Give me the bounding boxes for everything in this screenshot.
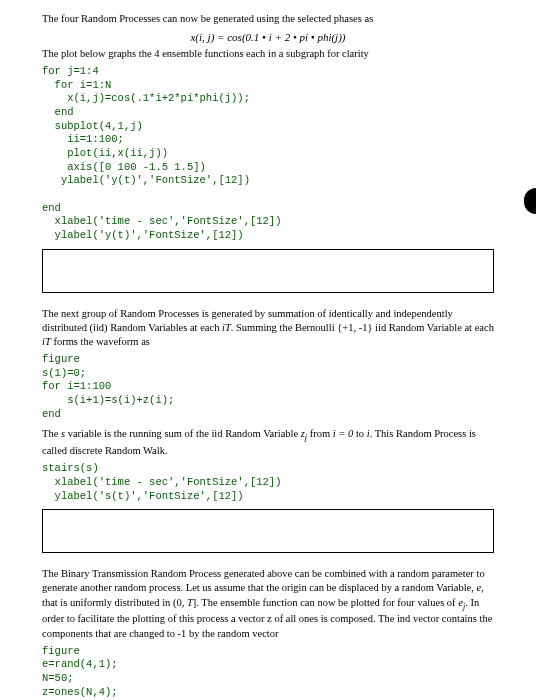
code-block-4: figure e=rand(4,1); N=50; z=ones(N,4); [42, 645, 494, 700]
text: The [42, 428, 61, 439]
code-block-2: figure s(1)=0; for i=1:100 s(i+1)=s(i)+z… [42, 353, 494, 421]
text: forms the waveform as [51, 336, 150, 347]
text-it: iT [222, 322, 231, 333]
document-page: The four Random Processes can now be gen… [0, 0, 536, 700]
paragraph-randomwalk: The s variable is the running sum of the… [42, 427, 494, 458]
placeholder-box-1 [42, 249, 494, 293]
text: The Binary Transmission Random Process g… [42, 568, 485, 593]
text: variable is the running sum of the iid R… [65, 428, 301, 439]
formula-x: x(i, j) = cos(0.1 • i + 2 • pi • phi(j)) [42, 30, 494, 45]
paragraph-binary: The Binary Transmission Random Process g… [42, 567, 494, 641]
paragraph-iid: The next group of Random Processes is ge… [42, 307, 494, 350]
text: ]. The ensemble function can now be plot… [193, 597, 458, 608]
text: from [307, 428, 333, 439]
text: . Summing the Bernoulli {+1, -1} iid Ran… [231, 322, 494, 333]
text-i0: i = 0 [333, 428, 354, 439]
text: to [353, 428, 366, 439]
text-it: iT [42, 336, 51, 347]
placeholder-box-2 [42, 509, 494, 553]
paragraph-intro: The four Random Processes can now be gen… [42, 12, 494, 26]
code-block-1: for j=1:4 for i=1:N x(i,j)=cos(.1*i+2*pi… [42, 65, 494, 242]
paragraph-plot-note: The plot below graphs the 4 ensemble fun… [42, 47, 494, 61]
code-block-3: stairs(s) xlabel('time - sec','FontSize'… [42, 462, 494, 503]
